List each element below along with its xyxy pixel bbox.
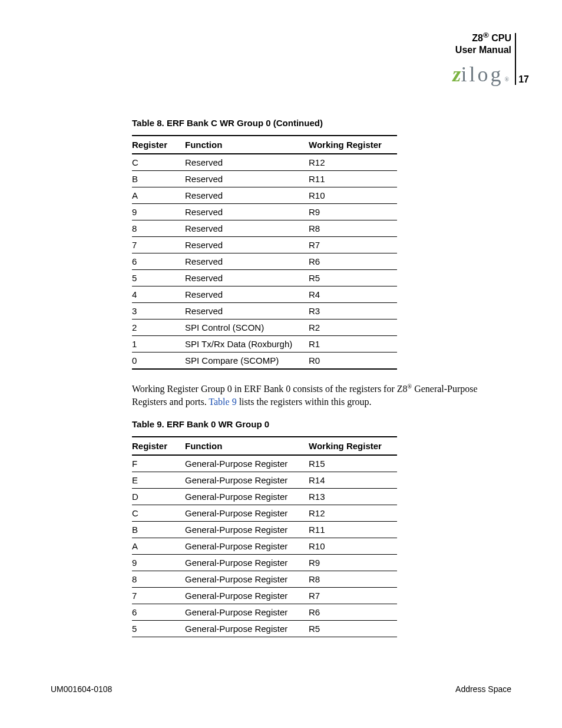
table-row: BReservedR11 xyxy=(132,171,397,187)
page-number: 17 xyxy=(518,74,529,85)
table-cell: F xyxy=(132,455,185,472)
table-row: 8ReservedR8 xyxy=(132,220,397,237)
table-cell: Reserved xyxy=(185,303,309,319)
header-divider xyxy=(515,33,516,85)
table-cell: 9 xyxy=(132,554,185,571)
table-row: CGeneral-Purpose RegisterR12 xyxy=(132,505,397,521)
table-cell: R9 xyxy=(309,204,397,220)
table-row: DGeneral-Purpose RegisterR13 xyxy=(132,488,397,505)
table-cell: R1 xyxy=(309,336,397,353)
table-cell: R12 xyxy=(309,154,397,171)
table-cell: General-Purpose Register xyxy=(185,488,309,505)
logo-z: z xyxy=(452,62,461,87)
table-row: 2SPI Control (SCON)R2 xyxy=(132,319,397,336)
table-cell: R0 xyxy=(309,353,397,370)
table-cell: 8 xyxy=(132,571,185,587)
title-reg: ® xyxy=(483,31,489,39)
table8-hdr-register: Register xyxy=(132,136,185,154)
table-cell: B xyxy=(132,521,185,538)
table-row: CReservedR12 xyxy=(132,154,397,171)
zilog-logo: zilog® xyxy=(452,62,511,87)
table-cell: C xyxy=(132,505,185,521)
table-row: 7ReservedR7 xyxy=(132,237,397,253)
table-cell: R2 xyxy=(309,319,397,336)
table-cell: Reserved xyxy=(185,171,309,187)
table-cell: 7 xyxy=(132,237,185,253)
table9-link[interactable]: Table 9 xyxy=(209,397,236,407)
table-cell: R7 xyxy=(309,237,397,253)
table-cell: R11 xyxy=(309,521,397,538)
table-cell: R15 xyxy=(309,455,397,472)
para-sup: ® xyxy=(408,383,412,390)
table-cell: R6 xyxy=(309,604,397,620)
table-cell: R5 xyxy=(309,270,397,286)
table-cell: General-Purpose Register xyxy=(185,455,309,472)
table-cell: C xyxy=(132,154,185,171)
table-cell: A xyxy=(132,538,185,554)
table-cell: R13 xyxy=(309,488,397,505)
table-row: 8General-Purpose RegisterR8 xyxy=(132,571,397,587)
table-row: 1SPI Tx/Rx Data (Roxburgh)R1 xyxy=(132,336,397,353)
logo-row: zilog® xyxy=(452,62,511,87)
table-row: 9General-Purpose RegisterR9 xyxy=(132,554,397,571)
table-cell: General-Purpose Register xyxy=(185,571,309,587)
table-row: 7General-Purpose RegisterR7 xyxy=(132,587,397,604)
table-cell: Reserved xyxy=(185,220,309,237)
table-cell: Reserved xyxy=(185,154,309,171)
table-cell: R3 xyxy=(309,303,397,319)
table9-hdr-function: Function xyxy=(185,437,309,455)
page-content: Table 8. ERF Bank C WR Group 0 (Continue… xyxy=(132,118,509,637)
table-cell: R5 xyxy=(309,620,397,637)
table-cell: SPI Tx/Rx Data (Roxburgh) xyxy=(185,336,309,353)
table9-header-row: Register Function Working Register xyxy=(132,437,397,455)
table-cell: Reserved xyxy=(185,270,309,286)
footer-left: UM001604-0108 xyxy=(51,684,112,694)
title-manual: User Manual xyxy=(455,45,511,55)
table-row: AGeneral-Purpose RegisterR10 xyxy=(132,538,397,554)
table8: Register Function Working Register CRese… xyxy=(132,135,397,370)
title-cpu: CPU xyxy=(489,33,511,43)
table-cell: R12 xyxy=(309,505,397,521)
table-cell: SPI Compare (SCOMP) xyxy=(185,353,309,370)
table-cell: 2 xyxy=(132,319,185,336)
table-cell: General-Purpose Register xyxy=(185,554,309,571)
logo-text: ilog xyxy=(461,62,503,87)
table-cell: 0 xyxy=(132,353,185,370)
table-cell: 4 xyxy=(132,286,185,303)
table-row: EGeneral-Purpose RegisterR14 xyxy=(132,472,397,488)
page-header: Z8® CPU User Manual zilog® xyxy=(452,31,511,87)
table-cell: R14 xyxy=(309,472,397,488)
table-cell: General-Purpose Register xyxy=(185,587,309,604)
table-cell: Reserved xyxy=(185,204,309,220)
table-cell: 8 xyxy=(132,220,185,237)
table-cell: R4 xyxy=(309,286,397,303)
table-row: 5General-Purpose RegisterR5 xyxy=(132,620,397,637)
table-cell: D xyxy=(132,488,185,505)
table-cell: Reserved xyxy=(185,253,309,270)
table9-caption: Table 9. ERF Bank 0 WR Group 0 xyxy=(132,419,509,429)
table8-hdr-function: Function xyxy=(185,136,309,154)
table-cell: R6 xyxy=(309,253,397,270)
table-cell: E xyxy=(132,472,185,488)
table-cell: 6 xyxy=(132,604,185,620)
table-cell: 1 xyxy=(132,336,185,353)
title-z8: Z8 xyxy=(472,33,483,43)
table-row: 3ReservedR3 xyxy=(132,303,397,319)
table-row: 4ReservedR4 xyxy=(132,286,397,303)
table-row: 5ReservedR5 xyxy=(132,270,397,286)
table-cell: R10 xyxy=(309,187,397,204)
table-cell: R8 xyxy=(309,571,397,587)
doc-title: Z8® CPU User Manual xyxy=(452,31,511,56)
paragraph: Working Register Group 0 in ERF Bank 0 c… xyxy=(132,383,509,409)
table-cell: SPI Control (SCON) xyxy=(185,319,309,336)
table8-hdr-working: Working Register xyxy=(309,136,397,154)
table-cell: R7 xyxy=(309,587,397,604)
table-cell: B xyxy=(132,171,185,187)
table-cell: General-Purpose Register xyxy=(185,604,309,620)
table-cell: General-Purpose Register xyxy=(185,538,309,554)
footer-right: Address Space xyxy=(455,684,511,694)
table-cell: R11 xyxy=(309,171,397,187)
table-row: FGeneral-Purpose RegisterR15 xyxy=(132,455,397,472)
table-cell: General-Purpose Register xyxy=(185,521,309,538)
table-row: 6General-Purpose RegisterR6 xyxy=(132,604,397,620)
